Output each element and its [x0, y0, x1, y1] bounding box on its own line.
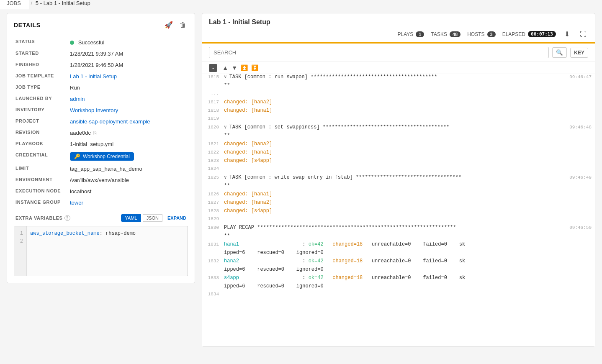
- job-template-label: JOB TEMPLATE: [14, 71, 68, 82]
- log-line-content: **: [224, 82, 592, 88]
- status-label: STATUS: [14, 36, 68, 48]
- log-body[interactable]: 1815∨TASK [common : run swapon] ********…: [202, 74, 595, 346]
- jobs-link[interactable]: JOBS: [0, 0, 29, 10]
- limit-row: LIMIT tag_app_sap_hana_ha_demo: [14, 163, 188, 174]
- log-line-content: PLAY RECAP *****************************…: [224, 225, 563, 231]
- launched-by-row: LAUNCHED BY admin: [14, 93, 188, 105]
- log-line: 1824: [202, 166, 595, 174]
- instance-group-link[interactable]: tower: [70, 200, 83, 206]
- log-line-number: 1824: [206, 166, 224, 171]
- log-line-number: 1820: [206, 125, 224, 130]
- details-actions: 🚀 🗑: [163, 20, 188, 30]
- launched-by-link[interactable]: admin: [70, 96, 85, 102]
- job-template-link[interactable]: Lab 1 - Initial Setup: [70, 73, 117, 79]
- log-line-time: 09:46:48: [563, 125, 592, 130]
- log-line-content: changed: [hana1]: [224, 149, 592, 155]
- delete-button[interactable]: 🗑: [178, 20, 188, 30]
- log-line-number: 1831: [206, 242, 224, 247]
- credential-badge-text: Workshop Credential: [83, 154, 130, 159]
- limit-value: tag_app_sap_hana_ha_demo: [68, 163, 188, 174]
- extra-vars-header: EXTRA VARIABLES ? YAML JSON EXPAND: [14, 212, 188, 224]
- download-button[interactable]: ⬇: [563, 29, 571, 39]
- project-link[interactable]: ansible-sap-deployment-example: [70, 118, 150, 125]
- log-line-toggle[interactable]: ∨: [224, 174, 227, 180]
- log-line-toggle[interactable]: ∨: [224, 124, 227, 130]
- log-line-content: **: [224, 133, 592, 138]
- execution-node-label: EXECUTION NODE: [14, 186, 68, 197]
- log-line: 1819: [202, 116, 595, 124]
- key-icon: 🔑: [74, 154, 80, 159]
- log-line-number: 1832: [206, 259, 224, 264]
- details-header: DETAILS 🚀 🗑: [14, 20, 188, 30]
- fullscreen-button[interactable]: ⛶: [578, 30, 588, 39]
- started-label: STARTED: [14, 48, 68, 59]
- log-line-toggle[interactable]: ∨: [224, 74, 227, 79]
- playbook-row: PLAYBOOK 1-initial_setup.yml: [14, 138, 188, 150]
- nav-down-button[interactable]: ▼: [230, 64, 239, 72]
- log-line-content: changed: [hana2]: [224, 141, 592, 147]
- launch-button[interactable]: 🚀: [163, 20, 175, 30]
- log-line: 1834: [202, 292, 595, 300]
- status-value: Successful: [68, 36, 188, 48]
- nav-up-button[interactable]: ▲: [221, 64, 230, 72]
- log-line: 1832hana2 : ok=42 changed=18 unreachable…: [202, 258, 595, 267]
- code-key: aws_storage_bucket_name: [30, 231, 100, 236]
- job-type-value: Run: [68, 82, 188, 93]
- log-line-content: ipped=6 rescued=0 ignored=0: [224, 283, 592, 289]
- tasks-badge: 48: [450, 31, 461, 37]
- log-line: 1826changed: [hana1]: [202, 191, 595, 200]
- breadcrumb-current: 5 - Lab 1 - Initial Setup: [36, 0, 90, 6]
- status-row: STATUS Successful: [14, 36, 188, 48]
- log-search-row: 🔍 KEY: [202, 44, 595, 62]
- hosts-stat: HOSTS 3: [467, 31, 495, 37]
- limit-label: LIMIT: [14, 163, 68, 174]
- expand-button[interactable]: EXPAND: [167, 215, 186, 220]
- collapse-button[interactable]: -: [209, 64, 217, 72]
- elapsed-badge: 00:07:13: [528, 31, 556, 37]
- log-line-content: **: [224, 183, 592, 189]
- log-line: 1823changed: [s4app]: [202, 158, 595, 166]
- log-line-content: s4app : ok=42 changed=18 unreachable=0 f…: [224, 275, 592, 281]
- key-button[interactable]: KEY: [570, 48, 588, 58]
- log-line: 1830PLAY RECAP *************************…: [202, 225, 595, 233]
- yaml-tab-button[interactable]: YAML: [121, 214, 141, 222]
- extra-vars-label: EXTRA VARIABLES ?: [15, 215, 70, 221]
- environment-label: ENVIRONMENT: [14, 174, 68, 186]
- help-icon[interactable]: ?: [64, 215, 70, 221]
- details-table: STATUS Successful STARTED 1/28/2021 9:39…: [14, 36, 188, 208]
- log-line: 1820∨TASK [common : set swappiness] ****…: [202, 124, 595, 133]
- revision-row: REVISION aade0dc ⎘: [14, 127, 188, 138]
- json-tab-button[interactable]: JSON: [143, 214, 162, 222]
- log-line: **: [202, 82, 595, 91]
- extra-vars-actions: YAML JSON EXPAND: [121, 214, 186, 222]
- plays-label: PLAYS: [398, 31, 414, 37]
- inventory-value: Workshop Inventory: [68, 105, 188, 116]
- log-line: **: [202, 133, 595, 141]
- log-line-content: **: [224, 233, 592, 239]
- log-header: Lab 1 - Initial Setup PLAYS 1 TASKS 48 H…: [202, 13, 595, 42]
- inventory-link[interactable]: Workshop Inventory: [70, 107, 118, 113]
- search-input[interactable]: [209, 47, 549, 58]
- log-line-content: ipped=6 rescued=0 ignored=0: [224, 267, 592, 272]
- credential-badge[interactable]: 🔑 Workshop Credential: [70, 152, 134, 161]
- hosts-label: HOSTS: [467, 31, 484, 37]
- log-line-number: 1830: [206, 225, 224, 230]
- log-line: 1817changed: [hana2]: [202, 99, 595, 108]
- inventory-label: INVENTORY: [14, 105, 68, 116]
- details-title: DETAILS: [14, 22, 41, 28]
- nav-bottom-button[interactable]: ⏬: [250, 64, 260, 72]
- log-line: ipped=6 rescued=0 ignored=0: [202, 267, 595, 275]
- copy-icon[interactable]: ⎘: [93, 130, 96, 136]
- log-line: ...: [202, 91, 595, 99]
- environment-row: ENVIRONMENT /var/lib/awx/venv/ansible: [14, 174, 188, 186]
- started-value: 1/28/2021 9:39:37 AM: [68, 48, 188, 59]
- project-label: PROJECT: [14, 116, 68, 127]
- nav-top-button[interactable]: ⏫: [239, 64, 250, 72]
- project-value: ansible-sap-deployment-example: [68, 116, 188, 127]
- credential-row: CREDENTIAL 🔑 Workshop Credential: [14, 150, 188, 163]
- launched-by-value: admin: [68, 93, 188, 105]
- log-line: 1831hana1 : ok=42 changed=18 unreachable…: [202, 241, 595, 250]
- search-button[interactable]: 🔍: [552, 47, 567, 58]
- log-line-content: changed: [hana1]: [224, 108, 592, 113]
- log-stats: PLAYS 1 TASKS 48 HOSTS 3 ELAPSED 00:07:1…: [209, 29, 588, 42]
